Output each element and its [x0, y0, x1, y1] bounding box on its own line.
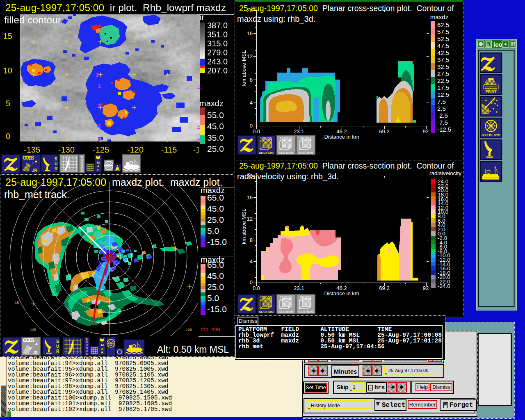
svg-text:-120: -120 — [185, 328, 192, 332]
svg-text:92: 92 — [423, 285, 429, 291]
svg-text:5.0: 5.0 — [207, 293, 219, 303]
svg-text:92: 92 — [423, 128, 429, 135]
svg-text:-130: -130 — [58, 145, 75, 154]
svg-text:12: 12 — [247, 53, 253, 59]
svg-text:radialvelocity: radialvelocity — [429, 170, 461, 176]
svg-text:5: 5 — [6, 99, 10, 108]
svg-text:rhb_met: rhb_met — [201, 326, 220, 332]
svg-text:57.5: 57.5 — [437, 28, 449, 35]
svg-text:25.0: 25.0 — [207, 144, 224, 153]
svg-text:16: 16 — [247, 30, 253, 37]
svg-text:-24.0: -24.0 — [438, 283, 450, 289]
svg-text:7.5: 7.5 — [437, 98, 446, 105]
svg-text:maxdz: maxdz — [430, 14, 448, 21]
svg-text:rhb_met track.: rhb_met track. — [4, 189, 70, 200]
svg-text:km above MSL: km above MSL — [241, 50, 247, 86]
svg-text:25-aug-1997,17:05:00 ir plot.: 25-aug-1997,17:05:00 ir plot. Rhb_lowprf… — [5, 2, 226, 13]
svg-text:16: 16 — [247, 194, 253, 201]
svg-text:Distance in km: Distance in km — [324, 290, 359, 297]
svg-text:0.0: 0.0 — [253, 285, 260, 291]
svg-text:12: 12 — [247, 216, 253, 222]
svg-text:23.1: 23.1 — [294, 128, 304, 135]
svg-text:20: 20 — [247, 7, 253, 14]
svg-text:-115: -115 — [161, 145, 177, 154]
svg-text:8: 8 — [250, 77, 253, 83]
svg-text:-120: -120 — [127, 145, 144, 154]
svg-text:-125: -125 — [93, 145, 109, 154]
svg-text:Alt: 0.50 km MSL: Alt: 0.50 km MSL — [157, 344, 229, 355]
svg-text:47.5: 47.5 — [437, 42, 449, 49]
svg-text:maxdz using: rhb_3d.: maxdz using: rhb_3d. — [237, 14, 315, 24]
svg-text:-15.0: -15.0 — [207, 304, 227, 314]
svg-text:37.5: 37.5 — [437, 56, 449, 63]
svg-text:km above MSL: km above MSL — [241, 209, 247, 244]
svg-text:25-aug-1997,17:05:00 Planar c: 25-aug-1997,17:05:00 Planar cross-sectio… — [239, 4, 454, 13]
svg-text:279.0: 279.0 — [207, 48, 228, 57]
svg-text:17.5: 17.5 — [437, 84, 449, 91]
svg-text:52.5: 52.5 — [437, 35, 449, 42]
svg-text:0.0: 0.0 — [253, 128, 260, 135]
svg-text:filled contour.: filled contour. — [4, 14, 63, 25]
svg-text:0: 0 — [250, 279, 253, 285]
svg-text:243.0: 243.0 — [207, 57, 228, 66]
svg-text:-2.5: -2.5 — [437, 112, 448, 119]
svg-text:22.5: 22.5 — [437, 77, 449, 84]
svg-text:-7.5: -7.5 — [437, 119, 448, 126]
svg-text:25.0: 25.0 — [207, 215, 224, 224]
svg-text:62.5: 62.5 — [437, 21, 449, 28]
svg-text:12.5: 12.5 — [437, 91, 449, 98]
svg-text:23.1: 23.1 — [294, 285, 304, 291]
svg-text:20: 20 — [247, 173, 253, 179]
svg-text:45.0: 45.0 — [207, 204, 224, 213]
svg-text:15: 15 — [3, 32, 12, 41]
svg-text:55.0: 55.0 — [207, 110, 224, 120]
svg-text:10: 10 — [3, 66, 12, 75]
svg-text:0: 0 — [6, 132, 10, 141]
svg-text:4: 4 — [250, 258, 253, 265]
svg-text:Distance in km: Distance in km — [324, 134, 359, 140]
svg-text:15: 15 — [15, 301, 19, 305]
svg-text:42.5: 42.5 — [437, 49, 449, 56]
svg-text:-135: -135 — [24, 145, 40, 154]
svg-text:25-aug-1997,17:05:00 maxdz pl: 25-aug-1997,17:05:00 maxdz plot. maxdz p… — [5, 176, 223, 188]
svg-text:ir: ir — [200, 13, 204, 22]
svg-text:maxdz: maxdz — [199, 99, 224, 108]
svg-text:OVERLAYS: OVERLAYS — [482, 133, 500, 137]
svg-text:-15.0: -15.0 — [207, 237, 227, 247]
svg-text:315.0: 315.0 — [207, 39, 228, 48]
svg-text:65.0: 65.0 — [207, 260, 224, 269]
svg-text:PRINT: PRINT — [486, 89, 497, 94]
svg-text:4: 4 — [250, 100, 253, 106]
svg-text:32.5: 32.5 — [437, 63, 449, 70]
svg-text:207.0: 207.0 — [207, 66, 228, 75]
svg-text:45.0: 45.0 — [207, 121, 224, 131]
svg-text:69.2: 69.2 — [379, 128, 389, 135]
svg-text:351.0: 351.0 — [207, 30, 228, 39]
svg-text:2.5: 2.5 — [437, 105, 446, 112]
svg-text:25.0: 25.0 — [207, 282, 224, 292]
svg-text:0: 0 — [250, 123, 253, 129]
svg-text:45.0: 45.0 — [207, 271, 224, 281]
svg-text:35.0: 35.0 — [207, 133, 224, 142]
svg-text:5.0: 5.0 — [207, 226, 219, 235]
svg-text:-12.5: -12.5 — [437, 126, 451, 133]
svg-text:65.0: 65.0 — [207, 193, 224, 202]
svg-text:69.2: 69.2 — [379, 285, 389, 291]
svg-text:-125: -125 — [29, 328, 36, 332]
svg-text:25-aug-1997,17:05:00 Planar c: 25-aug-1997,17:05:00 Planar cross-sectio… — [239, 161, 454, 170]
svg-text:387.0: 387.0 — [207, 21, 228, 30]
svg-text:8: 8 — [250, 237, 253, 243]
svg-text:27.5: 27.5 — [437, 70, 449, 77]
